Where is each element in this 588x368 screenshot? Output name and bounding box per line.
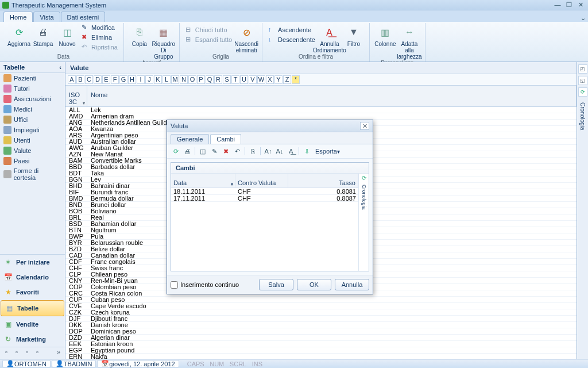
esporta-button[interactable]: Esporta ▾ [313,146,342,156]
alpha-letter[interactable]: P [197,75,205,84]
tab-dati-esterni[interactable]: Dati esterni [61,12,106,22]
salva-button[interactable]: Salva [259,279,293,290]
alpha-letter[interactable]: J [145,75,153,84]
col-data[interactable]: Data▾ [171,174,235,187]
undo-icon[interactable]: ↶ [232,146,242,156]
asc-button[interactable]: ↑Ascendente [266,25,318,34]
nav-item[interactable]: ▦Tabelle [1,300,64,316]
alpha-letter[interactable]: F [111,75,119,84]
alpha-letter[interactable]: K [154,75,162,84]
table-row[interactable]: 18.11.2011CHF0.8081 [171,188,358,195]
status-user[interactable]: 👤 TBADMIN [52,360,96,367]
alpha-letter[interactable]: O [188,75,196,84]
alpha-letter[interactable]: E [102,75,110,84]
ripristina-button[interactable]: ↶Ripristina [79,43,120,52]
adatta-button[interactable]: ↔Adatta alla larghezza [397,23,421,60]
table-row[interactable]: 17.11.2011CHF0.8087 [171,195,358,202]
status-user[interactable]: 👤 ORTOMEN [2,360,51,367]
table-row[interactable]: ERNNakfa [65,354,577,359]
alpha-letter[interactable]: H [128,75,136,84]
col-tasso[interactable]: Tasso [288,174,358,187]
nav-item[interactable]: 📅Calendario [0,270,65,285]
minimize-icon[interactable]: — [552,1,563,9]
alpha-letter[interactable]: N [180,75,188,84]
sidebar-item[interactable]: Pazienti [0,73,65,83]
sidebar-item[interactable]: Tutori [0,83,65,94]
tab-generale[interactable]: Generale [171,134,209,144]
right-btn[interactable]: ◱ [578,76,587,85]
right-btn[interactable]: ⟳ [578,87,587,97]
ok-button[interactable]: OK [297,279,331,290]
alpha-letter[interactable]: A [68,75,76,84]
tab-vista[interactable]: Vista [33,12,60,22]
refresh-icon[interactable]: ⟳ [362,175,366,181]
sidebar-foot-btn[interactable]: ▫ [1,348,11,358]
alpha-letter[interactable]: L [163,75,171,84]
sidebar-item[interactable]: Utenti [0,135,65,145]
inserimento-continuo-check[interactable]: Inserimento continuo [171,281,256,289]
clear-sort-icon[interactable]: A͟ [286,146,296,156]
alpha-letter[interactable]: S [223,75,231,84]
copia-button[interactable]: ⎘Copia [127,23,152,47]
copy-icon[interactable]: ⎘ [247,146,258,156]
dialog-close-icon[interactable]: ✕ [360,122,369,130]
chiudi-tutto-button[interactable]: ⊟Chiudi tutto [183,25,234,34]
close-icon[interactable]: ✕ [575,1,586,9]
elimina-button[interactable]: ✖Elimina [79,33,120,42]
nav-item[interactable]: ★Favoriti [0,285,65,300]
alpha-letter[interactable]: T [231,75,239,84]
right-btn[interactable]: ◰ [578,64,587,74]
restore-icon[interactable]: ❐ [564,1,574,9]
sidebar-item[interactable]: Uffici [0,114,65,125]
annulla-ord-button[interactable]: A͟Annulla Ordinamento [318,23,342,53]
aggiorna-button[interactable]: ⟳Aggiorna [7,23,31,47]
delete-icon[interactable]: ✖ [220,146,231,156]
alpha-letter[interactable]: B [76,75,84,84]
alpha-letter[interactable]: X [266,75,274,84]
nav-item[interactable]: ✶Per iniziare [0,255,65,270]
alpha-letter[interactable]: W [257,75,265,84]
col-contro-valuta[interactable]: Contro Valuta [235,174,288,187]
checkbox[interactable] [171,281,178,289]
alpha-letter[interactable]: R [214,75,222,84]
cronologia-tab[interactable]: Cronologia [579,102,586,130]
alpha-letter[interactable]: D [94,75,102,84]
alpha-letter[interactable]: V [249,75,257,84]
print-icon[interactable]: 🖨 [182,146,192,156]
alpha-letter[interactable]: Z [283,75,291,84]
sidebar-collapse-icon[interactable]: ‹ [59,64,61,71]
desc-button[interactable]: ↓Descendente [266,35,318,44]
new-icon[interactable]: ◫ [198,146,208,156]
alpha-letter[interactable]: Y [274,75,283,84]
sidebar-item[interactable]: Forme di cortesia [0,166,65,182]
sidebar-item[interactable]: Paesi [0,156,65,166]
nascondi-button[interactable]: ⊘Nascondi eliminati [234,23,258,53]
alpha-letter[interactable]: M [171,75,179,84]
alpha-all[interactable]: * [292,75,300,84]
sidebar-foot-btn[interactable]: ▫ [32,348,42,358]
sort-asc-icon[interactable]: A↑ [263,146,273,156]
sidebar-foot-btn[interactable]: ▫ [11,348,22,358]
colonne-button[interactable]: ▥Colonne [373,23,397,47]
stampa-button[interactable]: 🖨Stampa [31,23,55,47]
nav-item[interactable]: ▣Vendite [0,317,65,332]
nav-item[interactable]: ↻Marketing [0,332,65,347]
tab-cambi[interactable]: Cambi [210,134,241,144]
sidebar-item[interactable]: Impiegati [0,125,65,135]
alpha-letter[interactable]: I [137,75,145,84]
ribbon-collapse-icon[interactable]: ⌄ [578,14,588,22]
sidebar-item[interactable]: Valute [0,145,65,156]
espandi-tutto-button[interactable]: ⊞Espandi tutto [183,35,234,44]
sidebar-item[interactable]: Assicurazioni [0,94,65,104]
alpha-letter[interactable]: C [85,75,93,84]
modifica-button[interactable]: ✎Modifica [79,23,120,32]
riquadro-button[interactable]: ▦Riquadro Di Gruppo [152,23,176,60]
annulla-button[interactable]: Annulla [335,279,369,290]
edit-icon[interactable]: ✎ [209,146,219,156]
cronologia-side[interactable]: Cronologia [361,185,367,210]
filtro-button[interactable]: ▼Filtro [342,23,366,47]
alpha-letter[interactable]: Q [206,75,214,84]
sidebar-foot-btn[interactable]: ▫ [22,348,32,358]
refresh-icon[interactable]: ⟳ [171,146,181,156]
sort-desc-icon[interactable]: A↓ [274,146,285,156]
